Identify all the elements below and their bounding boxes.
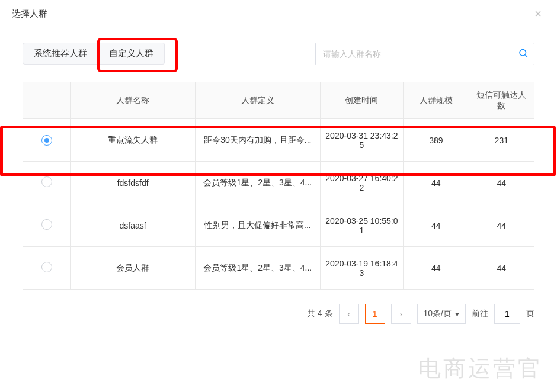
pagination-jump-prefix: 前往 (472, 309, 488, 319)
chevron-down-icon: ▾ (455, 309, 459, 319)
pagination-page-1[interactable]: 1 (365, 304, 385, 324)
table-header-row: 人群名称 人群定义 创建时间 人群规模 短信可触达人数 (23, 82, 534, 119)
row-radio[interactable] (41, 176, 52, 187)
cell-reachable: 44 (469, 204, 534, 247)
cell-scale: 44 (404, 162, 469, 204)
cell-created-at: 2020-03-27 16:40:22 (320, 162, 403, 204)
cell-reachable: 231 (469, 119, 534, 162)
search-input[interactable] (315, 43, 534, 65)
tabs: 系统推荐人群 自定义人群 (23, 43, 165, 65)
tab-custom-audience[interactable]: 自定义人群 (98, 43, 165, 65)
cell-reachable: 44 (469, 162, 534, 204)
top-row: 系统推荐人群 自定义人群 (23, 43, 534, 65)
close-icon[interactable]: × (531, 7, 545, 21)
cell-created-at: 2020-03-19 16:18:43 (320, 247, 403, 290)
cell-definition: 会员等级1星、2星、3星、4... (195, 162, 320, 204)
page-size-label: 10条/页 (424, 309, 452, 319)
tab-system-recommend[interactable]: 系统推荐人群 (23, 43, 98, 65)
header-created-at: 创建时间 (320, 82, 403, 119)
cell-scale: 44 (404, 247, 469, 290)
pagination: 共 4 条 ‹ 1 › 10条/页 ▾ 前往 页 (23, 304, 534, 324)
row-radio[interactable] (41, 135, 52, 146)
watermark: 电商运营官 (418, 354, 543, 384)
header-definition: 人群定义 (195, 82, 320, 119)
table-body: 重点流失人群 距今30天内有加购，且距今... 2020-03-31 23:43… (23, 119, 534, 290)
pagination-prev[interactable]: ‹ (339, 304, 359, 324)
modal-title: 选择人群 (12, 8, 47, 20)
cell-name: fdsfdsfdf (71, 162, 196, 204)
pagination-jump-suffix: 页 (526, 309, 534, 319)
cell-created-at: 2020-03-25 10:55:01 (320, 204, 403, 247)
table-row[interactable]: fdsfdsfdf 会员等级1星、2星、3星、4... 2020-03-27 1… (23, 162, 534, 204)
table-row[interactable]: 会员人群 会员等级1星、2星、3星、4... 2020-03-19 16:18:… (23, 247, 534, 290)
page-size-select[interactable]: 10条/页 ▾ (417, 304, 466, 324)
header-name: 人群名称 (71, 82, 196, 119)
audience-table: 人群名称 人群定义 创建时间 人群规模 短信可触达人数 重点流失人群 距今30天… (23, 82, 534, 290)
modal-header: 选择人群 × (0, 0, 557, 28)
modal-body: 系统推荐人群 自定义人群 人群名称 人群定义 创建时间 人群规模 (0, 28, 557, 324)
cell-definition: 会员等级1星、2星、3星、4... (195, 247, 320, 290)
cell-created-at: 2020-03-31 23:43:25 (320, 119, 403, 162)
search-wrap (315, 43, 534, 65)
pagination-next[interactable]: › (391, 304, 411, 324)
table-row[interactable]: dsfaasf 性别男，且大促偏好非常高... 2020-03-25 10:55… (23, 204, 534, 247)
header-scale: 人群规模 (404, 82, 469, 119)
cell-definition: 性别男，且大促偏好非常高... (195, 204, 320, 247)
pagination-total: 共 4 条 (307, 309, 333, 319)
svg-line-1 (525, 55, 527, 57)
search-icon[interactable] (518, 48, 529, 60)
cell-definition: 距今30天内有加购，且距今... (195, 119, 320, 162)
cell-name: dsfaasf (71, 204, 196, 247)
row-radio[interactable] (41, 262, 52, 272)
pagination-jump-input[interactable] (494, 304, 520, 324)
cell-scale: 44 (404, 204, 469, 247)
cell-name: 会员人群 (71, 247, 196, 290)
cell-reachable: 44 (469, 247, 534, 290)
table-row[interactable]: 重点流失人群 距今30天内有加购，且距今... 2020-03-31 23:43… (23, 119, 534, 162)
cell-scale: 389 (404, 119, 469, 162)
svg-point-0 (520, 50, 526, 56)
row-radio[interactable] (41, 219, 52, 230)
header-reachable: 短信可触达人数 (469, 82, 534, 119)
header-select (23, 82, 71, 119)
cell-name: 重点流失人群 (71, 119, 196, 162)
